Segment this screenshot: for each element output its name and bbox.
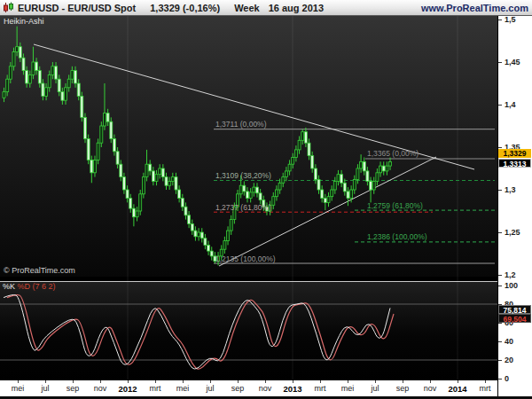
- time-axis-label: mrt: [150, 384, 161, 393]
- candlestick-icon: [3, 2, 14, 13]
- axis-tick: [498, 379, 502, 379]
- time-axis-tick: [458, 380, 458, 383]
- axis-tick: [498, 105, 502, 106]
- time-axis-label: nov: [94, 384, 107, 393]
- axis-tick: [498, 341, 502, 342]
- time-axis-tick: [210, 380, 211, 383]
- time-axis-tick: [238, 380, 239, 383]
- time-axis-label: jul: [41, 384, 49, 393]
- time-axis[interactable]: meijulsepnov2012mrtmeijulsepnov2013mrtme…: [0, 379, 497, 397]
- axis-label: 1,5: [505, 15, 516, 24]
- axis-label: 40: [505, 337, 513, 346]
- time-axis-label: jul: [371, 384, 379, 393]
- stochastic-panel[interactable]: [0, 281, 497, 380]
- axis-label: 1,3: [505, 185, 516, 194]
- time-axis-label: sep: [396, 384, 410, 393]
- time-axis-tick: [100, 380, 101, 383]
- time-axis-label: nov: [259, 384, 272, 393]
- time-axis-tick: [18, 380, 19, 383]
- axis-label: 100: [505, 281, 518, 290]
- axis-tick: [498, 323, 502, 324]
- time-axis-tick: [485, 380, 486, 383]
- axis-tick: [498, 62, 502, 63]
- time-axis-tick: [293, 380, 293, 383]
- time-axis-label: jul: [206, 384, 214, 393]
- time-axis-tick: [155, 380, 156, 383]
- axis-tick: [498, 275, 502, 276]
- axis-tick: [498, 190, 502, 191]
- time-axis-label: sep: [231, 384, 245, 393]
- time-axis-label: 2014: [448, 384, 466, 394]
- time-axis-label: sep: [66, 384, 80, 393]
- stoch-d-label: %D (7 6 2): [18, 282, 56, 291]
- price-chart-panel[interactable]: [0, 15, 497, 277]
- time-axis-tick: [375, 380, 376, 383]
- time-axis-tick: [430, 380, 431, 383]
- time-axis-label: mrt: [480, 384, 491, 393]
- prev-price-marker: 1,3313: [498, 159, 531, 168]
- stoch-k-value-marker: 75,814: [498, 305, 531, 314]
- axis-tick: [498, 286, 502, 286]
- price-axis[interactable]: 1,51,451,41,351,31,251,2100806040200: [497, 15, 532, 396]
- time-axis-label: mrt: [315, 384, 326, 393]
- indicator-label: %K %D (7 6 2): [3, 282, 56, 291]
- axis-label: 20: [505, 356, 513, 364]
- time-axis-label: mei: [176, 384, 190, 393]
- time-axis-tick: [128, 380, 129, 383]
- axis-tick: [498, 20, 502, 20]
- axis-tick: [498, 360, 502, 361]
- title-bar: EURUSD - EUR/USD Spot 1,3329 (-0,16%) We…: [0, 0, 532, 16]
- time-axis-tick: [265, 380, 266, 383]
- time-axis-tick: [45, 380, 46, 383]
- axis-tick: [498, 232, 502, 233]
- panel-separator[interactable]: [0, 277, 532, 281]
- time-axis-tick: [73, 380, 74, 383]
- time-axis-label: nov: [424, 384, 437, 393]
- time-axis-label: mei: [341, 384, 355, 393]
- time-axis-tick: [348, 380, 348, 383]
- time-axis-label: 2013: [283, 384, 301, 394]
- time-axis-tick: [183, 380, 184, 383]
- time-axis-tick: [320, 380, 321, 383]
- axis-label: 0: [505, 374, 509, 383]
- last-price-change: 1,3329 (-0,16%): [150, 3, 220, 13]
- stoch-k-label: %K: [3, 282, 15, 291]
- time-axis-tick: [403, 380, 403, 383]
- axis-label: 1,25: [505, 228, 520, 237]
- stoch-d-value-marker: 69,504: [498, 314, 531, 323]
- axis-label: 1,45: [505, 58, 520, 66]
- axis-tick: [498, 147, 502, 148]
- time-axis-label: 2012: [118, 384, 137, 394]
- axis-label: 1,4: [505, 100, 516, 109]
- prorealtime-link[interactable]: www.ProRealTime.com: [421, 3, 528, 13]
- last-price-marker: 1,3329: [498, 149, 531, 158]
- copyright-label: © ProRealTime.com: [4, 266, 75, 275]
- timeframe-label: Week: [234, 3, 260, 13]
- cursor-date-label: 16 aug 2013: [269, 3, 324, 13]
- instrument-title: EURUSD - EUR/USD Spot: [18, 3, 136, 13]
- time-axis-label: mei: [12, 384, 25, 393]
- chart-style-label: Heikin-Ashi: [4, 17, 44, 26]
- axis-label: 1,2: [505, 270, 516, 279]
